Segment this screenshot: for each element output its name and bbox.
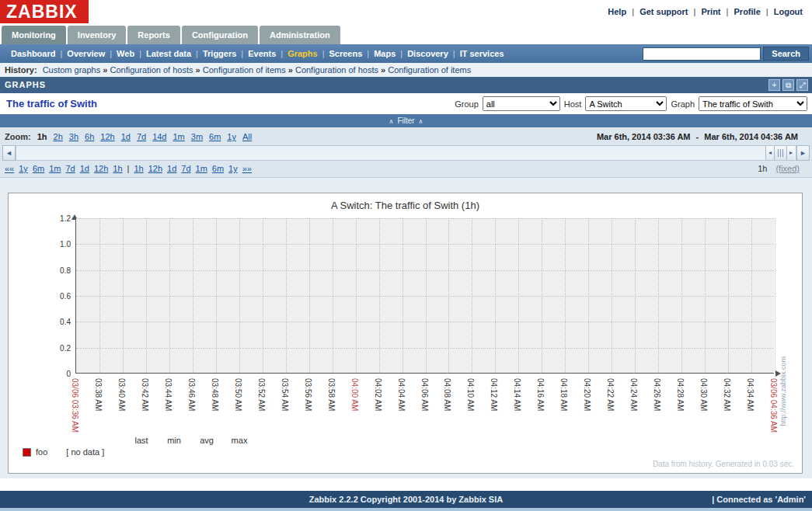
main-tab-monitoring[interactable]: Monitoring	[2, 26, 66, 44]
slider-shrink-left-icon[interactable]: ◂	[765, 146, 774, 160]
main-tab-inventory[interactable]: Inventory	[68, 26, 127, 44]
history-link-5[interactable]: Configuration of items	[388, 65, 471, 75]
timeline-back-1d[interactable]: 1d	[80, 164, 89, 173]
gridline	[612, 218, 612, 373]
divider: |	[127, 164, 130, 173]
search-button[interactable]: Search	[763, 47, 809, 61]
subnav-link-screens[interactable]: Screens	[329, 49, 363, 58]
subnav-link-dashboard[interactable]: Dashboard	[11, 49, 55, 58]
zoom-2h[interactable]: 2h	[54, 132, 63, 141]
zoom-1y[interactable]: 1y	[227, 132, 236, 141]
subnav-link-overview[interactable]: Overview	[67, 49, 105, 58]
slider-shrink-right-icon[interactable]: ▸	[786, 146, 795, 160]
timeline-fwd-all[interactable]: »»	[242, 164, 252, 173]
host-select[interactable]: A Switch	[585, 96, 667, 111]
scroll-right-button[interactable]: ►	[796, 145, 810, 161]
x-axis-label: 03:54 AM	[280, 378, 289, 411]
gridline	[518, 218, 519, 373]
zoom-3h[interactable]: 3h	[69, 132, 78, 141]
fullscreen-icon[interactable]: ⤢	[796, 79, 808, 91]
timeline-fwd-7d[interactable]: 7d	[181, 164, 190, 173]
gridline	[356, 218, 357, 373]
timeline-fwd-1h[interactable]: 1h	[134, 164, 143, 173]
zoom-6h[interactable]: 6h	[85, 132, 94, 141]
zoom-3m[interactable]: 3m	[191, 132, 203, 141]
subnav-link-triggers[interactable]: Triggers	[203, 49, 236, 58]
subnav-link-graphs[interactable]: Graphs	[288, 49, 318, 58]
history-link-3[interactable]: Configuration of items	[203, 65, 286, 75]
subnav-link-events[interactable]: Events	[248, 49, 276, 58]
history-link-1[interactable]: Custom graphs	[43, 65, 101, 75]
scroll-track[interactable]: ◂ ▸	[16, 145, 796, 161]
scroll-left-button[interactable]: ◄	[2, 145, 16, 161]
zoom-1m[interactable]: 1m	[173, 132, 184, 141]
zabbix-logo: ZABBIX	[0, 0, 89, 23]
slideshow-icon[interactable]: ⧉	[782, 79, 794, 91]
timeline-back-1y[interactable]: 1y	[19, 164, 28, 173]
zoom-12h[interactable]: 12h	[100, 132, 114, 141]
x-axis-label: 04:02 AM	[373, 378, 382, 411]
gridline	[635, 218, 636, 373]
time-range-start[interactable]: Mar 6th, 2014 03:36 AM	[597, 132, 691, 141]
filter-toggle[interactable]: ∧Filter∧	[0, 114, 812, 127]
watermark: http://www.zabbix.com	[779, 356, 787, 426]
gridline	[379, 218, 380, 373]
gridline	[565, 218, 566, 373]
search-input[interactable]	[643, 47, 761, 61]
legend-row: foo[ no data ]	[23, 447, 104, 457]
zoom-1h[interactable]: 1h	[37, 132, 47, 141]
subnav-link-discovery[interactable]: Discovery	[407, 49, 448, 58]
subnav-link-latest-data[interactable]: Latest data	[146, 49, 191, 58]
graph-select[interactable]: The traffic of Swith	[699, 96, 807, 111]
time-range-end[interactable]: Mar 6th, 2014 04:36 AM	[704, 132, 798, 141]
timeline-back-7d[interactable]: 7d	[65, 164, 75, 173]
top-link-help[interactable]: Help	[608, 7, 626, 16]
x-axis-label: 04:28 AM	[675, 378, 685, 411]
timeline-fwd-1m[interactable]: 1m	[196, 164, 207, 173]
timeline-back-12h[interactable]: 12h	[94, 164, 108, 173]
history-link-4[interactable]: Configuration of hosts	[295, 65, 378, 75]
zoom-7d[interactable]: 7d	[137, 132, 146, 141]
subnav-link-web[interactable]: Web	[117, 49, 134, 58]
zoom-1d[interactable]: 1d	[121, 132, 131, 141]
period-label: 1h	[758, 164, 767, 173]
y-axis-label: 0.2	[38, 344, 71, 353]
top-link-print[interactable]: Print	[701, 7, 720, 16]
x-axis-label: 04:14 AM	[512, 378, 521, 411]
timeline-back-all[interactable]: ««	[5, 164, 14, 173]
subnav-link-it-services[interactable]: IT services	[460, 49, 504, 58]
subnav-link-maps[interactable]: Maps	[374, 49, 396, 58]
main-tab-configuration[interactable]: Configuration	[182, 26, 258, 44]
timeline-fwd-1d[interactable]: 1d	[167, 164, 176, 173]
timeline-back-6m[interactable]: 6m	[33, 164, 44, 173]
gridline	[658, 218, 659, 373]
y-axis-label: 0.6	[38, 292, 71, 301]
timeline-back-1m[interactable]: 1m	[49, 164, 61, 173]
group-select[interactable]: all	[483, 96, 560, 111]
timeline-links: ««1y6m1m7d1d12h1h|1h12h1d7d1m6m1y»»	[5, 164, 256, 173]
content-area: A Switch: The traffic of Swith (1h) last…	[0, 178, 812, 478]
x-axis-label: 03:50 AM	[233, 378, 242, 411]
x-axis-label: 04:34 AM	[745, 378, 754, 411]
gridline	[705, 218, 706, 373]
add-graph-icon[interactable]: +	[768, 79, 780, 91]
slider-grip[interactable]	[774, 146, 786, 160]
page-title: GRAPHS	[0, 77, 812, 93]
fixed-link[interactable]: (fixed)	[775, 164, 800, 173]
zoom-all[interactable]: All	[242, 132, 252, 141]
main-tab-reports[interactable]: Reports	[127, 26, 180, 44]
timeline-back-1h[interactable]: 1h	[113, 164, 122, 173]
top-link-get-support[interactable]: Get support	[639, 7, 688, 16]
top-link-profile[interactable]: Profile	[734, 7, 761, 16]
scroll-slider[interactable]: ◂ ▸	[765, 146, 795, 160]
history-link-2[interactable]: Configuration of hosts	[110, 65, 193, 75]
timeline-fwd-12h[interactable]: 12h	[148, 164, 162, 173]
timeline-fwd-6m[interactable]: 6m	[212, 164, 224, 173]
zabbix-page: ZABBIX Help | Get support | Print | Prof…	[0, 0, 812, 511]
zoom-6m[interactable]: 6m	[209, 132, 221, 141]
main-tab-administration[interactable]: Administration	[260, 26, 340, 44]
top-link-logout[interactable]: Logout	[774, 7, 803, 16]
separator: |	[322, 49, 325, 58]
timeline-fwd-1y[interactable]: 1y	[228, 164, 238, 173]
zoom-14d[interactable]: 14d	[152, 132, 166, 141]
